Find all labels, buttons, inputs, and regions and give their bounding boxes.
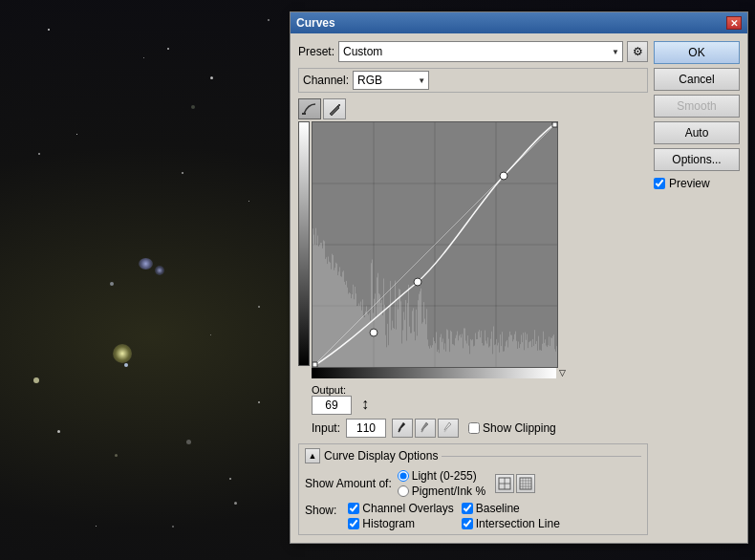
dialog-titlebar: Curves ✕: [291, 12, 747, 33]
move-icon[interactable]: ↕: [361, 396, 369, 412]
left-panel: Preset: Custom ▼ ⚙ Channel: RGB Red Gree…: [298, 41, 648, 535]
grid-4-icon: [498, 477, 511, 490]
curve-display-options: ▲ Curve Display Options Show Amount of: …: [298, 443, 648, 535]
show-clipping-checkbox[interactable]: [468, 422, 480, 434]
white-point-eyedropper[interactable]: [438, 419, 459, 438]
curve-canvas[interactable]: [312, 121, 558, 368]
black-point-eyedropper[interactable]: [392, 419, 413, 438]
histogram-label: Histogram: [362, 517, 415, 530]
eyedropper-black-icon: [396, 420, 409, 436]
show-amount-row: Show Amount of: Light (0-255) Pigment/In…: [305, 469, 641, 498]
channel-label: Channel:: [303, 74, 349, 87]
options-header: ▲ Curve Display Options: [305, 448, 641, 463]
preview-checkbox[interactable]: [654, 178, 665, 189]
show-checkboxes-grid: Channel Overlays Baseline Histogram: [348, 502, 567, 530]
right-panel: OK Cancel Smooth Auto Options... Preview: [654, 41, 740, 535]
intersection-line-item: Intersection Line: [462, 517, 567, 530]
pigment-radio-item: Pigment/Ink %: [398, 485, 485, 498]
horizontal-gradient: [312, 367, 556, 378]
grid-10-icon: [519, 477, 532, 490]
eyedropper-gray-icon: [419, 420, 432, 436]
output-input-section: Output: ↕: [298, 384, 648, 415]
light-radio-label: Light (0-255): [412, 469, 477, 483]
input-field[interactable]: [346, 419, 386, 438]
baseline-checkbox[interactable]: [462, 503, 473, 514]
cancel-button[interactable]: Cancel: [654, 68, 740, 91]
curve-tools: [298, 98, 648, 119]
grid-4-button[interactable]: [495, 474, 514, 493]
intersection-line-checkbox[interactable]: [462, 518, 473, 529]
preview-row: Preview: [654, 177, 740, 190]
pigment-radio-label: Pigment/Ink %: [412, 485, 485, 498]
options-button[interactable]: Options...: [654, 148, 740, 171]
input-row: Input:: [312, 419, 648, 438]
curve-tool-button[interactable]: [298, 98, 321, 119]
options-title: Curve Display Options: [324, 449, 438, 463]
output-label: Output:: [312, 384, 352, 396]
hands-section: ↕: [361, 396, 369, 413]
show-clipping-row: Show Clipping: [468, 421, 556, 435]
curve-wrapper: [298, 121, 648, 366]
preview-label: Preview: [669, 177, 710, 190]
options-divider: [442, 456, 641, 457]
baseline-label: Baseline: [476, 502, 520, 515]
output-section: Output:: [312, 384, 352, 415]
pencil-tool-button[interactable]: [323, 98, 346, 119]
baseline-item: Baseline: [462, 502, 567, 515]
preset-settings-button[interactable]: ⚙: [627, 41, 648, 62]
show-checkboxes-row: Show: Channel Overlays Baseline Histo: [305, 502, 641, 530]
auto-button[interactable]: Auto: [654, 121, 740, 144]
svg-rect-0: [302, 113, 306, 115]
vertical-gradient: [298, 121, 310, 366]
dialog-title: Curves: [296, 16, 335, 30]
show-amount-radios: Light (0-255) Pigment/Ink %: [398, 469, 485, 498]
grid-10-button[interactable]: [516, 474, 535, 493]
pigment-radio[interactable]: [398, 485, 409, 497]
channel-overlays-checkbox[interactable]: [348, 503, 359, 514]
channel-select[interactable]: RGB Red Green Blue: [353, 71, 429, 90]
intersection-line-label: Intersection Line: [476, 517, 560, 530]
channel-row: Channel: RGB Red Green Blue ▼: [298, 68, 648, 93]
show-label: Show:: [305, 504, 336, 517]
light-radio-item: Light (0-255): [398, 469, 485, 483]
preset-label: Preset:: [298, 45, 334, 58]
light-radio[interactable]: [398, 470, 409, 482]
channel-select-wrapper: RGB Red Green Blue ▼: [353, 71, 429, 90]
curves-dialog: Curves ✕ Preset: Custom ▼ ⚙ Channel:: [290, 11, 748, 544]
output-field[interactable]: [312, 396, 352, 415]
show-clipping-label: Show Clipping: [483, 421, 556, 435]
grid-buttons: [495, 474, 535, 493]
curve-area: ▽: [298, 98, 648, 378]
eyedropper-buttons: [392, 419, 459, 438]
smooth-button[interactable]: Smooth: [654, 95, 740, 118]
histogram-item: Histogram: [348, 517, 453, 530]
pencil-icon: [328, 102, 341, 116]
input-label: Input:: [312, 421, 340, 435]
channel-overlays-label: Channel Overlays: [362, 502, 453, 515]
show-amount-label: Show Amount of:: [305, 477, 392, 490]
ok-button[interactable]: OK: [654, 41, 740, 64]
eyedropper-white-icon: [442, 420, 455, 436]
histogram-checkbox[interactable]: [348, 518, 359, 529]
preset-row: Preset: Custom ▼ ⚙: [298, 41, 648, 62]
options-toggle-button[interactable]: ▲: [305, 448, 320, 463]
dialog-body: Preset: Custom ▼ ⚙ Channel: RGB Red Gree…: [291, 33, 747, 543]
gradient-toggle-icon[interactable]: ▽: [559, 368, 566, 377]
gray-point-eyedropper[interactable]: [415, 419, 436, 438]
close-button[interactable]: ✕: [726, 16, 742, 30]
channel-overlays-item: Channel Overlays: [348, 502, 453, 515]
preset-select[interactable]: Custom: [338, 41, 623, 62]
curve-icon: [302, 102, 317, 116]
h-gradient-row: ▽: [312, 367, 648, 378]
preset-select-wrapper: Custom ▼: [338, 41, 623, 62]
